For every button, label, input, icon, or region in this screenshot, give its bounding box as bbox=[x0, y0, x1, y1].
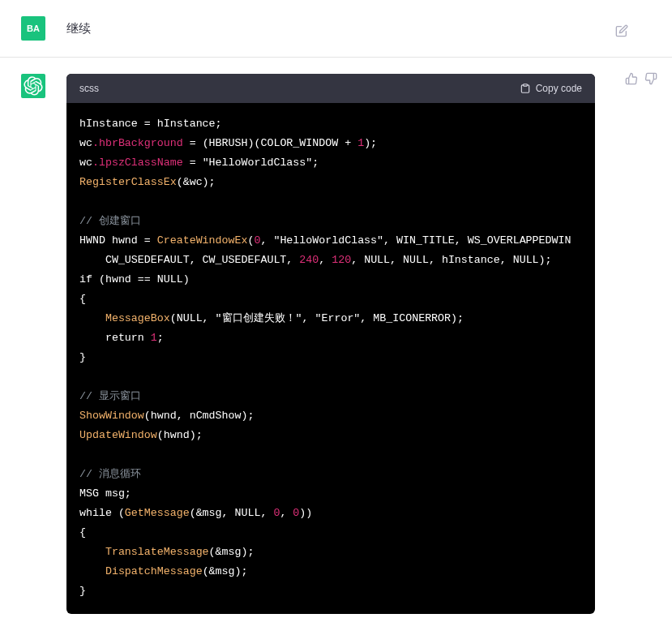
user-message-row: BA 继续 bbox=[0, 0, 672, 58]
edit-icon[interactable] bbox=[615, 24, 628, 37]
user-message-text: 继续 bbox=[66, 16, 651, 41]
clipboard-icon bbox=[520, 83, 531, 94]
copy-code-label: Copy code bbox=[536, 83, 582, 94]
assistant-avatar bbox=[21, 74, 45, 98]
code-language-label: scss bbox=[79, 83, 99, 94]
thumbs-down-icon[interactable] bbox=[644, 72, 657, 85]
code-content: hInstance = hInstance; wc.hbrBackground … bbox=[66, 103, 595, 614]
thumbs-up-icon[interactable] bbox=[625, 72, 638, 85]
assistant-message-body: scss Copy code hInstance = hInstance; wc… bbox=[66, 74, 651, 614]
assistant-message-row: scss Copy code hInstance = hInstance; wc… bbox=[0, 58, 672, 618]
code-block-header: scss Copy code bbox=[66, 74, 595, 103]
user-avatar: BA bbox=[21, 16, 45, 41]
user-message-body: 继续 bbox=[66, 16, 651, 41]
feedback-buttons bbox=[625, 72, 657, 85]
svg-rect-0 bbox=[523, 84, 527, 86]
copy-code-button[interactable]: Copy code bbox=[520, 83, 582, 94]
code-block: scss Copy code hInstance = hInstance; wc… bbox=[66, 74, 595, 614]
